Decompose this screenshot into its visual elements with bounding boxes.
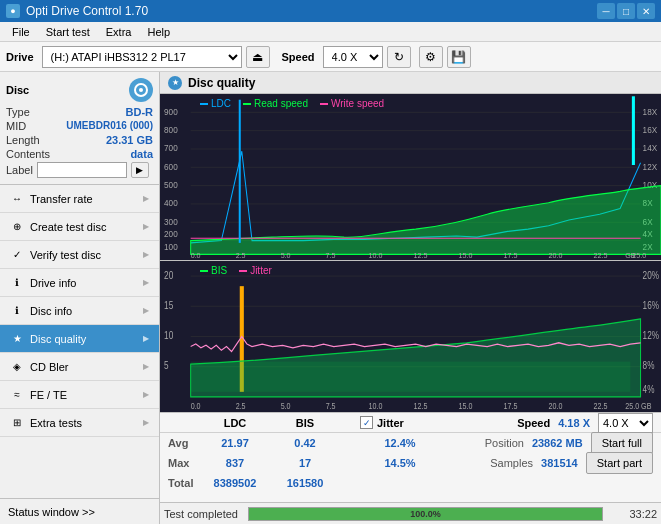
svg-text:15.0: 15.0 xyxy=(459,250,473,259)
progress-time: 33:22 xyxy=(607,508,657,520)
svg-text:GB: GB xyxy=(625,250,635,259)
status-window-item[interactable]: Status window >> xyxy=(0,498,159,524)
disc-header: Disc xyxy=(6,78,153,102)
stats-speed-select[interactable]: 4.0 X xyxy=(598,413,653,433)
disc-contents-label: Contents xyxy=(6,148,50,160)
svg-text:0.0: 0.0 xyxy=(191,402,201,412)
chevron-right-icon-4: ▶ xyxy=(143,278,149,287)
jitter-legend-label: Jitter xyxy=(250,265,272,276)
read-speed-legend: Read speed xyxy=(243,98,308,109)
chevron-right-icon-9: ▶ xyxy=(143,418,149,427)
svg-text:4%: 4% xyxy=(643,384,655,395)
disc-title: Disc xyxy=(6,84,29,96)
speed-label: Speed xyxy=(282,51,315,63)
chart1-legend: LDC Read speed Write speed xyxy=(200,98,384,109)
svg-text:22.5: 22.5 xyxy=(594,402,608,412)
bis-legend: BIS xyxy=(200,265,227,276)
samples-row: Samples 381514 Start part xyxy=(490,452,653,474)
read-speed-legend-label: Read speed xyxy=(254,98,308,109)
position-label: Position xyxy=(485,437,524,449)
main-area: Disc Type BD-R MID UMEBDR016 (000) Lengt… xyxy=(0,72,661,524)
disc-mid-row: MID UMEBDR016 (000) xyxy=(6,120,153,132)
sidebar-item-extra-tests[interactable]: ⊞ Extra tests ▶ xyxy=(0,409,159,437)
close-button[interactable]: ✕ xyxy=(637,3,655,19)
drive-select[interactable]: (H:) ATAPI iHBS312 2 PL17 xyxy=(42,46,242,68)
jitter-checkbox-area: ✓ Jitter xyxy=(360,416,404,429)
avg-bis: 0.42 xyxy=(270,437,340,449)
jitter-legend: Jitter xyxy=(239,265,272,276)
svg-text:7.5: 7.5 xyxy=(326,250,336,259)
stats-ldc-header: LDC xyxy=(200,417,270,429)
menu-file[interactable]: File xyxy=(4,24,38,40)
ldc-chart: LDC Read speed Write speed 900 xyxy=(160,94,661,261)
sidebar-item-drive-info[interactable]: ℹ Drive info ▶ xyxy=(0,269,159,297)
sidebar-item-verify-test-disc[interactable]: ✓ Verify test disc ▶ xyxy=(0,241,159,269)
disc-info-icon: ℹ xyxy=(10,304,24,318)
sidebar-item-fe-te[interactable]: ≈ FE / TE ▶ xyxy=(0,381,159,409)
disc-label-input[interactable] xyxy=(37,162,127,178)
stats-speed-header: Speed xyxy=(517,417,550,429)
total-label: Total xyxy=(168,477,200,489)
bis-dot xyxy=(200,270,208,272)
max-jitter: 14.5% xyxy=(360,457,440,469)
disc-type-row: Type BD-R xyxy=(6,106,153,118)
svg-text:400: 400 xyxy=(164,198,178,209)
max-bis: 17 xyxy=(270,457,340,469)
max-label: Max xyxy=(168,457,200,469)
save-button[interactable]: 💾 xyxy=(447,46,471,68)
disc-quality-icon: ★ xyxy=(10,332,24,346)
stats-jitter-header: Jitter xyxy=(377,417,404,429)
svg-text:16X: 16X xyxy=(643,124,658,135)
svg-text:17.5: 17.5 xyxy=(504,402,518,412)
chevron-right-icon: ▶ xyxy=(143,194,149,203)
ldc-legend-label: LDC xyxy=(211,98,231,109)
avg-jitter: 12.4% xyxy=(360,437,440,449)
samples-label: Samples xyxy=(490,457,533,469)
sidebar-item-cd-bler[interactable]: ◈ CD Bler ▶ xyxy=(0,353,159,381)
extra-tests-icon: ⊞ xyxy=(10,416,24,430)
eject-button[interactable]: ⏏ xyxy=(246,46,270,68)
minimize-button[interactable]: ─ xyxy=(597,3,615,19)
toolbar: Drive (H:) ATAPI iHBS312 2 PL17 ⏏ Speed … xyxy=(0,42,661,72)
start-full-button[interactable]: Start full xyxy=(591,432,653,454)
jitter-checkbox[interactable]: ✓ xyxy=(360,416,373,429)
start-part-button[interactable]: Start part xyxy=(586,452,653,474)
svg-text:100: 100 xyxy=(164,241,178,252)
refresh-button[interactable]: ↻ xyxy=(387,46,411,68)
chart2-legend: BIS Jitter xyxy=(200,265,272,276)
drive-info-label: Drive info xyxy=(30,277,76,289)
write-speed-legend: Write speed xyxy=(320,98,384,109)
avg-ldc: 21.97 xyxy=(200,437,270,449)
sidebar-item-create-test-disc[interactable]: ⊕ Create test disc ▶ xyxy=(0,213,159,241)
settings-button[interactable]: ⚙ xyxy=(419,46,443,68)
svg-text:10.0: 10.0 xyxy=(369,250,383,259)
ldc-legend: LDC xyxy=(200,98,231,109)
menu-start-test[interactable]: Start test xyxy=(38,24,98,40)
drive-label: Drive xyxy=(6,51,34,63)
disc-quality-label: Disc quality xyxy=(30,333,86,345)
chevron-right-icon-5: ▶ xyxy=(143,306,149,315)
disc-contents-value: data xyxy=(130,148,153,160)
ldc-dot xyxy=(200,103,208,105)
sidebar-item-disc-info[interactable]: ℹ Disc info ▶ xyxy=(0,297,159,325)
sidebar-item-disc-quality[interactable]: ★ Disc quality ▶ xyxy=(0,325,159,353)
svg-text:900: 900 xyxy=(164,106,178,117)
drive-info-icon: ℹ xyxy=(10,276,24,290)
disc-label-btn[interactable]: ▶ xyxy=(131,162,149,178)
speed-select[interactable]: 4.0 X xyxy=(323,46,383,68)
svg-text:2.5: 2.5 xyxy=(236,250,246,259)
menu-extra[interactable]: Extra xyxy=(98,24,140,40)
sidebar-item-transfer-rate[interactable]: ↔ Transfer rate ▶ xyxy=(0,185,159,213)
maximize-button[interactable]: □ xyxy=(617,3,635,19)
disc-length-row: Length 23.31 GB xyxy=(6,134,153,146)
menu-help[interactable]: Help xyxy=(139,24,178,40)
svg-text:500: 500 xyxy=(164,179,178,190)
charts-area: LDC Read speed Write speed 900 xyxy=(160,94,661,412)
write-speed-legend-label: Write speed xyxy=(331,98,384,109)
disc-quality-header-icon: ★ xyxy=(168,76,182,90)
avg-label: Avg xyxy=(168,437,200,449)
svg-text:2.5: 2.5 xyxy=(236,402,246,412)
svg-text:200: 200 xyxy=(164,229,178,240)
verify-test-disc-label: Verify test disc xyxy=(30,249,101,261)
disc-label-row: Label ▶ xyxy=(6,162,153,178)
